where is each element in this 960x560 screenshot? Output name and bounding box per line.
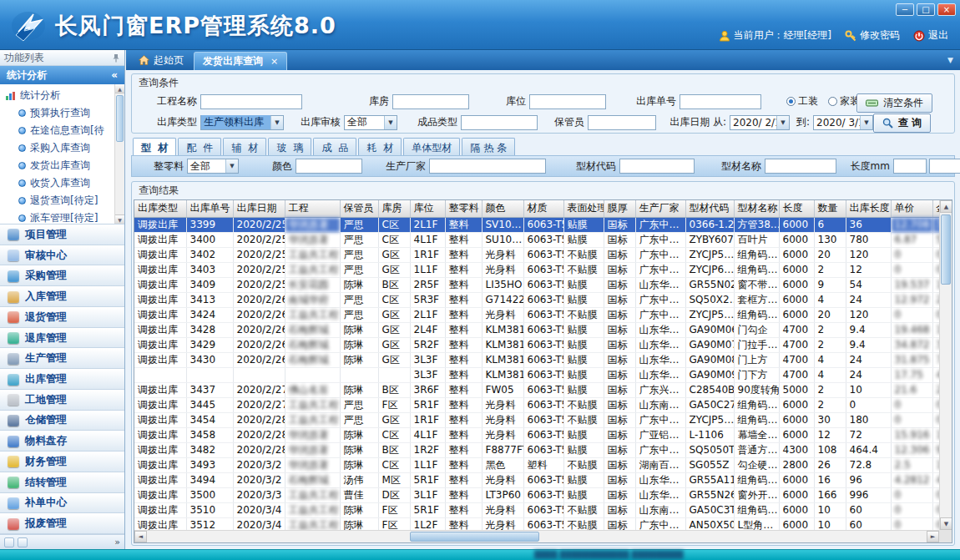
column-header[interactable]: 表面处理 (563, 200, 604, 217)
scroll-up-icon[interactable]: ▲ (940, 200, 952, 213)
sidebar-item[interactable]: 生产管理 (0, 348, 124, 369)
location-input[interactable] (529, 94, 606, 109)
column-header[interactable]: 整零料 (445, 200, 482, 217)
column-header[interactable]: 生产厂家 (635, 200, 685, 217)
clear-conditions-button[interactable]: 清空条件 (856, 93, 932, 113)
profile-name-input[interactable] (765, 159, 836, 174)
collapse-icon[interactable]: « (111, 69, 118, 81)
column-header[interactable]: 保管员 (340, 200, 378, 217)
radio-jiazhuang[interactable] (828, 97, 837, 106)
table-row[interactable]: 调拨出库34372020/2/27佛山名居陈琳B区3R6F整料FW056063-… (134, 382, 939, 397)
column-header[interactable]: 膜厚 (604, 200, 635, 217)
table-row[interactable]: 调拨出库34932020/3/2华润原著陈琳C区1L1F整料黑色塑料不贴膜国标湖… (134, 457, 939, 472)
date-from-picker[interactable]: 2020/ 2/16 ▼ (730, 115, 790, 130)
column-header[interactable]: 出库类型 (134, 200, 186, 217)
profile-code-input[interactable] (619, 159, 695, 174)
combo-arrow-icon[interactable]: ▼ (776, 116, 789, 129)
scroll-down-icon[interactable]: ▼ (940, 517, 952, 530)
tree-root-statistics[interactable]: 统计分析 (5, 87, 113, 104)
vertical-scrollbar[interactable]: ▲ ▼ (939, 200, 952, 530)
column-header[interactable]: 出库日期 (233, 200, 285, 217)
change-password-link[interactable]: 修改密码 (845, 28, 900, 43)
table-row[interactable]: 调拨出库34822020/2/28华润原著陈琳B区1R2F整料F8877FT60… (134, 442, 939, 457)
column-header[interactable]: 颜色 (482, 200, 523, 217)
out-type-combo[interactable]: 生产领料出库 ▼ (200, 115, 284, 130)
pin-icon[interactable] (112, 53, 120, 63)
column-header[interactable]: 长度 (779, 200, 814, 217)
more-panels-button[interactable]: » (114, 537, 120, 547)
tree-item[interactable]: 在途信息查询[待 (5, 122, 113, 139)
sidebar-item[interactable]: 审核中心 (0, 245, 124, 266)
product-type-input[interactable] (461, 115, 538, 130)
tree-item[interactable]: 派车管理[待定] (5, 209, 113, 225)
table-row[interactable]: 调拨出库34942020/3/2石梅辉城汤伟M区5R1F整料光身料6063-T5… (134, 472, 939, 487)
logout-button[interactable]: 退出 (913, 28, 948, 43)
material-tab[interactable]: 型 材 (133, 138, 176, 155)
sidebar-item[interactable]: 出库管理 (0, 369, 124, 390)
length-min-input[interactable] (893, 159, 927, 174)
column-header[interactable]: 出库单号 (186, 200, 233, 217)
scroll-right-icon[interactable]: ► (927, 531, 939, 542)
panel-button-2[interactable] (18, 537, 28, 547)
sidebar-item[interactable]: 退库管理 (0, 328, 124, 349)
sidebar-item[interactable]: 仓储管理 (0, 411, 124, 431)
sidebar-item[interactable]: 财务管理 (0, 452, 124, 472)
column-header[interactable]: 单价 (891, 200, 932, 217)
column-header[interactable]: 材质 (523, 200, 563, 217)
combo-arrow-icon[interactable]: ▼ (270, 116, 283, 129)
sidebar-item[interactable]: 采购管理 (0, 265, 124, 286)
column-header[interactable]: 库房 (378, 200, 410, 217)
table-row[interactable]: 调拨出库34582020/2/28华润原著陈琳C区4L1F整料光身料6063-T… (134, 427, 939, 442)
maximize-button[interactable]: □ (917, 3, 935, 16)
close-tab-icon[interactable]: × (270, 56, 278, 67)
sidebar-item[interactable]: 物料盘存 (0, 431, 124, 452)
table-row[interactable]: 3L3F整料KLM38176063-T5贴膜国标山东华…GA90M09.门下方4… (134, 367, 939, 382)
sidebar-item[interactable]: 项目管理 (0, 225, 124, 245)
sidebar-section-statistics[interactable]: 统计分析 « (0, 66, 124, 84)
vertical-scroll-thumb[interactable] (941, 214, 951, 285)
tree-item[interactable]: 预算执行查询 (5, 104, 113, 122)
tree-scroll-thumb[interactable] (116, 95, 124, 142)
table-row[interactable]: 调拨出库35122020/3/4工益共工程陈琳F区1L2F整料光身料6063-T… (134, 517, 939, 530)
table-row[interactable]: 调拨出库35002020/3/3工益共工程曹佳D区3L1F整料LT3P60606… (134, 487, 939, 502)
maker-input[interactable] (429, 159, 546, 174)
column-header[interactable]: 型材名称 (734, 200, 779, 217)
material-tab[interactable]: 玻 璃 (268, 138, 311, 155)
material-tab[interactable]: 隔 热 条 (462, 138, 515, 155)
radio-gongzhuang[interactable] (786, 97, 796, 106)
color-input[interactable] (296, 159, 362, 174)
table-row[interactable]: 调拨出库33992020/2/25华润原著严思C区2L1F整料SV10…6063… (134, 217, 939, 232)
material-tab[interactable]: 配 件 (178, 138, 221, 155)
keeper-input[interactable] (588, 115, 656, 130)
order-no-input[interactable] (680, 94, 761, 109)
column-header[interactable]: 库位 (410, 200, 445, 217)
table-row[interactable]: 调拨出库34242020/2/26工益共工程严思G区2L1F整料光身料6063-… (134, 307, 939, 322)
date-to-picker[interactable]: 2020/ 3/16 ▼ (813, 115, 873, 130)
combo-arrow-icon[interactable]: ▼ (860, 116, 872, 129)
tree-item[interactable]: 退货查询[待定] (5, 192, 113, 209)
column-header[interactable]: 数量 (814, 200, 846, 217)
tree-item[interactable]: 收货入库查询 (5, 174, 113, 192)
material-tab[interactable]: 成 品 (313, 138, 356, 155)
table-row[interactable]: 调拨出库35102020/3/4工益共工程陈琳F区5R1F整料光身料6063-T… (134, 502, 939, 517)
warehouse-input[interactable] (392, 94, 469, 109)
tab-shipping-query[interactable]: 发货出库查询 × (194, 52, 287, 70)
sidebar-item[interactable]: 结转管理 (0, 472, 124, 493)
scroll-down-icon[interactable]: ▼ (115, 214, 124, 224)
column-header[interactable]: 型材代码 (685, 200, 734, 217)
table-row[interactable]: 调拨出库34452020/2/27工益共工程严思F区5R1F整料光身料6063-… (134, 397, 939, 412)
table-row[interactable]: 调拨出库34542020/2/28工益共工程严思G区1R1F整料光身料6063-… (134, 412, 939, 427)
scroll-up-icon[interactable]: ▲ (115, 84, 124, 93)
project-name-input[interactable] (200, 94, 302, 109)
length-max-input[interactable] (929, 159, 960, 174)
minimize-button[interactable]: − (896, 3, 914, 16)
table-row[interactable]: 调拨出库34022020/2/25工益共工程严思G区1R1F整料光身料6063-… (134, 247, 939, 262)
tree-scrollbar[interactable]: ▲ ▼ (114, 84, 124, 224)
material-tab[interactable]: 耗 材 (358, 138, 402, 155)
tab-dropdown-icon[interactable]: ▼ (947, 56, 953, 64)
column-header[interactable]: 出库长度 (846, 200, 891, 217)
sidebar-item[interactable]: 补单中心 (0, 493, 124, 514)
scroll-left-icon[interactable]: ◄ (134, 531, 147, 542)
material-tab[interactable]: 辅 材 (223, 138, 266, 155)
table-row[interactable]: 调拨出库34002020/2/25华润原著严思C区4L1F整料SU10…6063… (134, 232, 939, 247)
